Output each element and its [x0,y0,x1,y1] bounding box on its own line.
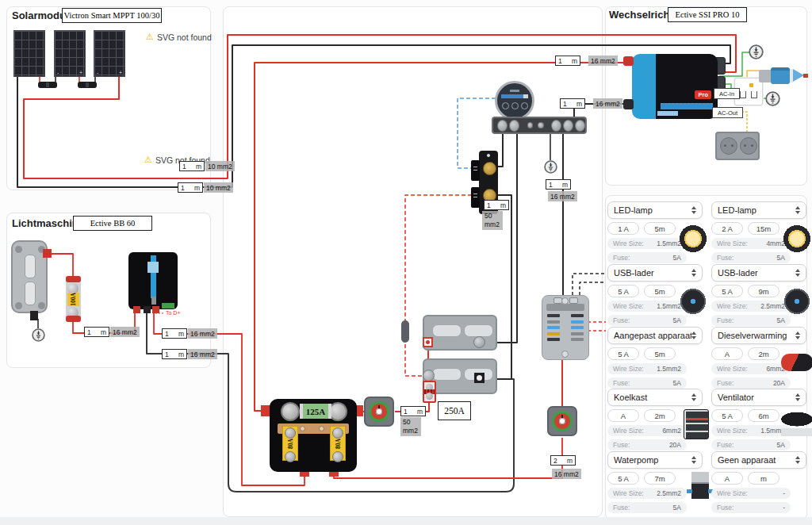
b2b-charger-device[interactable] [128,252,178,309]
ground-icon [749,44,764,63]
wire-size-row: Wire Size: 2.5mm2 [607,488,687,499]
device-select[interactable]: USB-lader [711,264,806,282]
wire-length-input[interactable]: 1m [179,161,205,171]
wire-size-value: 6mm2 [662,427,681,435]
fuse-block-device[interactable]: 125A 80A 80A [270,399,357,472]
device-select[interactable]: LED-lamp [607,201,703,219]
battery-1-device[interactable] [423,315,497,351]
device-select[interactable]: Ventilator [711,389,806,406]
fuse-value: 5A [673,379,681,387]
amperage-input[interactable]: A [711,347,743,360]
solar-module-2[interactable]: - + [54,30,86,77]
fuse-100a-label: 100A [70,293,77,306]
wire-size-row: Wire Size: 1.5mm2 [607,301,687,312]
wire-length-input[interactable]: 1m [555,56,580,66]
device-select-label: Aangepast apparaat [614,331,691,340]
amperage-input[interactable]: A [711,472,743,485]
device-select[interactable]: USB-lader [607,264,703,282]
wire-length-input[interactable]: 1m [546,179,571,190]
wire-size-label: Wire Size: [717,365,748,373]
usb-icon [781,285,812,318]
shore-plug-icon[interactable] [771,67,790,84]
wire-size-chip: 16 mm2 [593,98,622,109]
amperage-input[interactable]: 5 A [607,347,639,360]
select-stepper-icon [795,393,800,401]
inline-fuse-icon [401,320,409,343]
amperage-input[interactable]: 2 A [711,222,743,235]
amperage-input[interactable]: 5 A [607,472,639,485]
solar-module-3[interactable]: - + [94,30,125,77]
battery2-negative-terminal [474,373,485,383]
device-select-label: Koelkast [614,393,691,402]
inverter-device[interactable]: Pro [632,54,718,119]
cable-length-input[interactable]: 5m [644,285,676,297]
wire-size-row: Wire Size: 4mm2 [711,238,791,249]
fuse-80a-label: 80A [335,439,342,449]
warning-icon: ⚠ [146,32,154,42]
fuse-distribution-box[interactable] [542,295,589,360]
amperage-input[interactable]: A [607,409,639,422]
consumer-card: Aangepast apparaat 5 A 5m Wire Size: 1.5… [607,327,703,385]
fan-icon [781,409,812,443]
cable-length-input[interactable]: 6m [748,409,779,422]
wire-length-input[interactable]: 1m [84,327,109,337]
wire-length-input[interactable]: 1m [162,349,187,359]
page-footer-strip [0,517,812,525]
ac-out-label: AC-Out [712,107,743,118]
select-stepper-icon [795,206,800,214]
wire-length-input[interactable]: 1m [162,328,187,339]
cable-length-input[interactable]: m [748,472,779,485]
pro-badge: Pro [695,90,711,99]
ground-icon [765,91,780,109]
fuse-100a-device[interactable]: 100A [66,276,81,322]
wire-size-row: Wire Size: 1.5mm2 [607,363,687,374]
amperage-input[interactable]: 5 A [607,285,639,297]
cable-length-input[interactable]: 7m [644,472,676,485]
solar-model-box[interactable]: Victron Smart MPPT 100/30 [62,8,162,23]
cable-length-input[interactable]: 5m [644,222,676,235]
battery-fuse-holder[interactable] [423,381,436,403]
amperage-input[interactable]: 5 A [711,285,743,297]
select-stepper-icon [795,456,800,464]
shore-plug-icon [759,70,772,82]
wire-length-input[interactable]: 1m [560,98,585,109]
wire-length-input[interactable]: 1m [178,182,203,193]
device-select-label: LED-lamp [614,205,691,215]
alternator-model-box[interactable]: Ective BB 60 [73,216,152,231]
device-select[interactable]: Aangepast apparaat [607,327,703,344]
ground-icon [32,328,45,345]
battery-switch-1[interactable] [364,397,394,427]
wire-size-label: Wire Size: [613,240,644,247]
double-socket-device[interactable] [715,132,760,160]
inverter-positive-terminal [623,56,634,66]
cable-length-input[interactable]: 5m [644,347,676,360]
cable-length-input[interactable]: 9m [748,285,779,297]
amperage-input[interactable]: 1 A [607,222,639,235]
minus-label: - [57,69,59,76]
consumer-card: USB-lader 5 A 5m Wire Size: 1.5mm2 Fuse:… [607,264,703,323]
busbar-device[interactable] [492,117,587,134]
cable-length-input[interactable]: 2m [748,347,779,360]
amperage-input[interactable]: 5 A [711,409,743,422]
fuse-label: Fuse: [613,504,630,512]
device-select[interactable]: Koelkast [607,389,703,406]
device-select[interactable]: Geen apparaat [711,451,806,469]
consumer-card: LED-lamp 1 A 5m Wire Size: 1.5mm2 Fuse: … [607,201,703,260]
inverter-model-box[interactable]: Ective SSI PRO 10 [668,7,747,22]
cable-length-input[interactable]: 15m [748,222,779,235]
wire-size-chip: 16 mm2 [188,328,217,339]
device-select-label: Waterpomp [614,455,691,465]
solar-module-1[interactable] [13,30,45,77]
device-select-label: USB-lader [718,268,795,278]
battery-switch-2[interactable] [547,406,577,436]
cable-length-input[interactable]: 2m [644,409,676,422]
wire-size-chip: 16 mm2 [552,469,581,479]
wire-length-input[interactable]: 1m [400,406,426,416]
battery-monitor-device[interactable] [495,81,534,121]
select-stepper-icon [795,331,800,339]
device-select[interactable]: Dieselverwarming [711,327,806,344]
device-select[interactable]: LED-lamp [711,201,806,219]
wire-length-input[interactable]: 2m [550,455,576,466]
device-select[interactable]: Waterpomp [607,451,703,469]
wire-length-input[interactable]: 1m [484,200,509,210]
